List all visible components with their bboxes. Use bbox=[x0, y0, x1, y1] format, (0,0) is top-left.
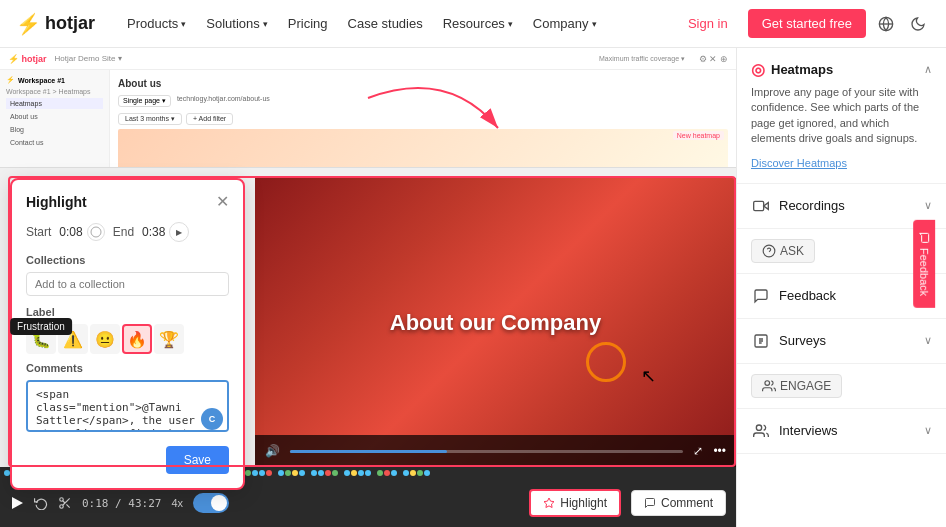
resources-arrow-icon: ▾ bbox=[508, 19, 513, 29]
tl-dot bbox=[311, 470, 317, 476]
nav-products[interactable]: Products ▾ bbox=[119, 12, 194, 35]
video-progress-bar[interactable] bbox=[290, 450, 683, 453]
time-row: Start 0:08 End 0:38 ▶ bbox=[26, 222, 229, 242]
video-player[interactable]: About our Company ↖ 🔊 ⤢ ••• bbox=[255, 178, 736, 467]
mini-logo: ⚡ hotjar bbox=[8, 54, 47, 64]
interviews-chevron-icon: ∨ bbox=[924, 424, 932, 437]
mini-action-btns: Last 3 months ▾ + Add filter bbox=[118, 113, 728, 125]
video-more-icon[interactable]: ••• bbox=[713, 444, 726, 458]
surveys-item[interactable]: Surveys ∨ bbox=[751, 331, 932, 351]
speed-toggle[interactable] bbox=[193, 493, 229, 513]
svg-marker-11 bbox=[764, 202, 769, 209]
tl-dot bbox=[417, 470, 423, 476]
collection-input[interactable] bbox=[26, 272, 229, 296]
interviews-section[interactable]: Interviews ∨ bbox=[737, 409, 946, 454]
globe-icon bbox=[878, 16, 894, 32]
surveys-section[interactable]: Surveys ∨ bbox=[737, 319, 946, 364]
timeline-back-button[interactable] bbox=[34, 496, 48, 510]
globe-icon-button[interactable] bbox=[874, 12, 898, 36]
comment-input[interactable]: <span class="mention">@Tawni Sattler</sp… bbox=[26, 380, 229, 432]
tl-dot bbox=[391, 470, 397, 476]
svg-point-5 bbox=[60, 498, 64, 502]
label-section: Label Frustration 🐛 ⚠️ 😐 🔥 🏆 bbox=[26, 306, 229, 354]
nav-actions: Sign in Get started free bbox=[676, 9, 930, 38]
nav-resources[interactable]: Resources ▾ bbox=[435, 12, 521, 35]
video-click-circle bbox=[586, 342, 626, 382]
dark-mode-button[interactable] bbox=[906, 12, 930, 36]
svg-marker-10 bbox=[544, 498, 554, 508]
video-expand-icon[interactable]: ⤢ bbox=[693, 444, 703, 458]
end-time-value: 0:38 bbox=[142, 225, 165, 239]
comment-avatar: C bbox=[201, 408, 223, 430]
timeline-speed: 4x bbox=[171, 497, 183, 509]
emoji-neutral-button[interactable]: 😐 bbox=[90, 324, 120, 354]
interviews-item[interactable]: Interviews ∨ bbox=[751, 421, 932, 441]
video-volume-icon[interactable]: 🔊 bbox=[265, 444, 280, 458]
toggle-button[interactable] bbox=[193, 493, 229, 513]
emoji-trophy-button[interactable]: 🏆 bbox=[154, 324, 184, 354]
svg-marker-4 bbox=[12, 497, 23, 509]
tl-dot bbox=[299, 470, 305, 476]
start-time-value: 0:08 bbox=[59, 225, 82, 239]
emoji-fire-button[interactable]: 🔥 bbox=[122, 324, 152, 354]
video-controls: 🔊 ⤢ ••• bbox=[255, 435, 736, 467]
interviews-label: Interviews bbox=[779, 423, 838, 438]
mini-controls: Single page ▾ technlogy.hotjar.com/about… bbox=[118, 95, 728, 107]
play-icon bbox=[10, 496, 24, 510]
hotjar-logo-icon: ⚡ bbox=[16, 12, 41, 36]
svg-point-16 bbox=[765, 380, 770, 385]
highlight-button[interactable]: Highlight bbox=[529, 489, 621, 517]
feedback-item[interactable]: Feedback ∨ bbox=[751, 286, 932, 306]
circle-icon bbox=[90, 226, 102, 238]
feedback-item-left: Feedback bbox=[751, 286, 836, 306]
heatmaps-header[interactable]: ◎ Heatmaps ∧ bbox=[751, 60, 932, 79]
heatmaps-chevron-icon: ∧ bbox=[924, 63, 932, 76]
mini-url-display: technlogy.hotjar.com/about-us bbox=[177, 95, 270, 107]
recordings-item[interactable]: Recordings ∨ bbox=[751, 196, 932, 216]
sign-in-button[interactable]: Sign in bbox=[676, 10, 740, 37]
save-button[interactable]: Save bbox=[166, 446, 229, 474]
mini-icons: ⚙ ✕ ⊕ bbox=[699, 54, 728, 64]
solutions-arrow-icon: ▾ bbox=[263, 19, 268, 29]
comments-label: Comments bbox=[26, 362, 229, 374]
mini-sidebar-blog: Blog bbox=[6, 124, 103, 135]
mini-select-type: Single page ▾ bbox=[118, 95, 171, 107]
emoji-row: Frustration 🐛 ⚠️ 😐 🔥 🏆 bbox=[26, 324, 229, 354]
tl-dot bbox=[252, 470, 258, 476]
heatmaps-icon: ◎ bbox=[751, 60, 765, 79]
mini-sidebar-logo: ⚡ bbox=[6, 76, 15, 84]
feedback-label: Feedback bbox=[779, 288, 836, 303]
modal-header: Highlight ✕ bbox=[26, 194, 229, 210]
timeline-play-button[interactable] bbox=[10, 496, 24, 510]
collections-label: Collections bbox=[26, 254, 229, 266]
mini-add-filter-btn: + Add filter bbox=[186, 113, 233, 125]
discover-heatmaps-link[interactable]: Discover Heatmaps bbox=[751, 157, 847, 169]
company-arrow-icon: ▾ bbox=[592, 19, 597, 29]
navbar: ⚡ hotjar Products ▾ Solutions ▾ Pricing … bbox=[0, 0, 946, 48]
ask-badge[interactable]: ASK bbox=[751, 239, 815, 263]
mini-sidebar: ⚡ Workspace #1 Workspace #1 > Heatmaps H… bbox=[0, 70, 110, 168]
logo[interactable]: ⚡ hotjar bbox=[16, 12, 95, 36]
timeline-trim-button[interactable] bbox=[58, 496, 72, 510]
feedback-floating-tab[interactable]: Feedback bbox=[913, 219, 935, 307]
tl-dot bbox=[424, 470, 430, 476]
end-play-control[interactable]: ▶ bbox=[169, 222, 189, 242]
nav-case-studies[interactable]: Case studies bbox=[340, 12, 431, 35]
engage-badge[interactable]: ENGAGE bbox=[751, 374, 842, 398]
nav-pricing[interactable]: Pricing bbox=[280, 12, 336, 35]
nav-solutions[interactable]: Solutions ▾ bbox=[198, 12, 275, 35]
tl-dot bbox=[318, 470, 324, 476]
get-started-button[interactable]: Get started free bbox=[748, 9, 866, 38]
recordings-chevron-icon: ∨ bbox=[924, 199, 932, 212]
comment-button[interactable]: Comment bbox=[631, 490, 726, 516]
end-time-input: 0:38 ▶ bbox=[142, 222, 189, 242]
svg-line-8 bbox=[66, 504, 69, 507]
modal-close-button[interactable]: ✕ bbox=[216, 194, 229, 210]
nav-company[interactable]: Company ▾ bbox=[525, 12, 605, 35]
recordings-item-left: Recordings bbox=[751, 196, 845, 216]
frustration-tooltip: Frustration bbox=[10, 318, 72, 335]
tl-dot bbox=[266, 470, 272, 476]
mini-workspace: Workspace #1 bbox=[18, 77, 65, 84]
mini-content: ⚡ Workspace #1 Workspace #1 > Heatmaps H… bbox=[0, 70, 736, 168]
start-time-control[interactable] bbox=[87, 223, 105, 241]
